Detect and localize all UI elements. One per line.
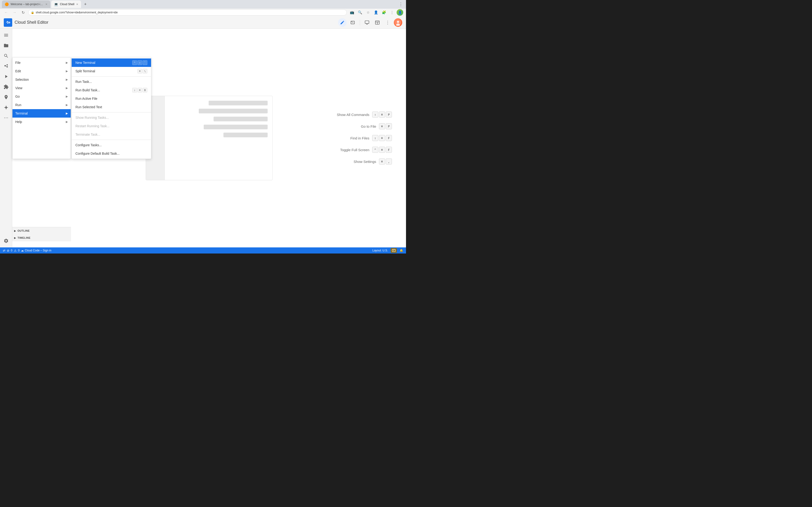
- submenu-run-task-label: Run Task...: [75, 80, 147, 83]
- tab-welcome-close[interactable]: ✕: [45, 3, 47, 6]
- welcome-sketch: [146, 96, 272, 180]
- search-lens-icon[interactable]: 🔍: [357, 9, 363, 16]
- reload-button[interactable]: ↻: [20, 9, 26, 16]
- cast-icon[interactable]: 📺: [349, 9, 355, 16]
- activity-run-debug[interactable]: [1, 72, 11, 81]
- app-title: Cloud Shell Editor: [14, 20, 48, 25]
- error-icon: ⊘: [7, 249, 9, 252]
- menu-item-go-label: Go: [15, 95, 64, 98]
- sketch-line-5: [223, 133, 268, 137]
- sketch-line-4: [204, 125, 268, 129]
- header-divider: [360, 20, 360, 25]
- submenu-configure-default-build-task[interactable]: Configure Default Build Task...: [72, 149, 151, 158]
- cloud-code-indicator[interactable]: ☁ Cloud Code – Sign in: [21, 249, 51, 252]
- primary-menu: File ▶ Edit ▶ Selection ▶ View ▶ Go ▶: [12, 57, 71, 159]
- submenu-run-selected-text[interactable]: Run Selected Text: [72, 103, 151, 111]
- activity-settings[interactable]: [1, 236, 11, 245]
- activity-gemini[interactable]: [1, 103, 11, 112]
- menu-item-file[interactable]: File ▶: [12, 58, 71, 67]
- tab-cloudshell[interactable]: 💻 Cloud Shell ✕: [51, 0, 81, 8]
- outline-panel-header[interactable]: ▶ OUTLINE: [12, 227, 71, 234]
- three-dots-icon[interactable]: ⋮: [389, 9, 395, 16]
- submenu-new-terminal-label: New Terminal: [75, 61, 132, 64]
- shortcut-label-settings: Show Settings: [354, 160, 376, 164]
- shortcut-label-fullscreen: Toggle Full Screen: [340, 148, 369, 152]
- menu-arrow-go: ▶: [66, 95, 68, 98]
- key-cmd: ⌘: [379, 111, 385, 118]
- new-tab-button[interactable]: +: [82, 1, 89, 7]
- menu-item-go[interactable]: Go ▶: [12, 92, 71, 101]
- key-cmd-2: ⌘: [379, 123, 385, 129]
- menu-item-terminal[interactable]: Terminal ▶: [12, 109, 71, 118]
- shortcut-label-find: Find in Files: [350, 136, 369, 140]
- submenu-run-active-file[interactable]: Run Active File: [72, 94, 151, 103]
- profile-avatar[interactable]: 👤: [397, 9, 403, 16]
- divider-3: [72, 139, 151, 140]
- menu-item-selection[interactable]: Selection ▶: [12, 75, 71, 84]
- key-shift-2: ⇧: [372, 135, 378, 141]
- submenu-split-terminal[interactable]: Split Terminal ⌘ \: [72, 67, 151, 75]
- terminal-mode-button[interactable]: [348, 18, 357, 27]
- tab-cloudshell-favicon: 💻: [54, 2, 58, 6]
- sketch-line-3: [214, 117, 268, 121]
- keyboard-layout-icon[interactable]: [391, 248, 397, 253]
- submenu-run-build-task[interactable]: Run Build Task... ⇧ ⌘ B: [72, 86, 151, 94]
- profile-icon[interactable]: 👤: [373, 9, 379, 16]
- browser-nav-icons: 📺 🔍 ☆ 👤 🧩 ⋮ 👤: [349, 9, 403, 16]
- logo-icon: [4, 18, 12, 27]
- sketch-line-2: [199, 109, 268, 113]
- activity-extensions[interactable]: [1, 82, 11, 92]
- back-button[interactable]: ←: [3, 9, 9, 16]
- extensions-nav-icon[interactable]: 🧩: [380, 9, 387, 16]
- submenu-run-task[interactable]: Run Task...: [72, 77, 151, 86]
- key-backslash-split: \: [143, 69, 147, 73]
- activity-files[interactable]: [1, 41, 11, 50]
- menu-arrow-edit: ▶: [66, 69, 68, 73]
- preview-button[interactable]: [363, 18, 371, 27]
- submenu-restart-running-task: Restart Running Task...: [72, 122, 151, 130]
- status-bar: ⇄ ⊘ 0 ⚠ 0 ☁ Cloud Code – Sign in Layout:…: [0, 247, 406, 253]
- more-options-button[interactable]: ⋮: [384, 18, 392, 27]
- menu-item-help[interactable]: Help ▶: [12, 118, 71, 126]
- submenu-new-terminal[interactable]: New Terminal ⌃ ⇧ `: [72, 58, 151, 67]
- user-avatar[interactable]: [394, 18, 402, 27]
- shortcut-show-all-commands: Show All Commands ⇧ ⌘ P: [337, 111, 392, 118]
- timeline-panel-header[interactable]: ▶ TIMELINE: [12, 234, 71, 241]
- browser-menu-button[interactable]: ⋮: [398, 1, 404, 7]
- bookmark-icon[interactable]: ☆: [365, 9, 371, 16]
- tab-cloudshell-close[interactable]: ✕: [76, 3, 78, 6]
- address-bar[interactable]: 🔒 shell.cloud.google.com/?show=ide&envir…: [28, 9, 347, 15]
- submenu-new-terminal-shortcut: ⌃ ⇧ `: [132, 60, 147, 65]
- timeline-label: TIMELINE: [18, 236, 31, 239]
- menu-item-view[interactable]: View ▶: [12, 84, 71, 92]
- submenu-configure-tasks[interactable]: Configure Tasks...: [72, 141, 151, 149]
- edit-mode-button[interactable]: [338, 18, 347, 27]
- browser-chrome: 🟠 Welcome – lab-project-id-e... ✕ 💻 Clou…: [0, 0, 406, 16]
- submenu-run-build-task-shortcut: ⇧ ⌘ B: [132, 88, 147, 93]
- activity-search[interactable]: [1, 51, 11, 61]
- shortcut-go-to-file: Go to File ⌘ P: [337, 123, 392, 129]
- activity-cloud-code[interactable]: [1, 93, 11, 102]
- submenu-configure-default-build-task-label: Configure Default Build Task...: [75, 152, 147, 155]
- timeline-arrow: ▶: [14, 237, 16, 239]
- key-f: F: [386, 135, 392, 141]
- menu-item-edit[interactable]: Edit ▶: [12, 67, 71, 75]
- remote-indicator[interactable]: ⇄: [3, 249, 5, 252]
- key-cmd-split: ⌘: [138, 69, 142, 73]
- layout-indicator[interactable]: Layout: U.S.: [372, 249, 388, 252]
- warning-count: 0: [18, 249, 20, 252]
- menu-item-selection-label: Selection: [15, 78, 64, 81]
- tab-cloudshell-title: Cloud Shell: [60, 3, 74, 6]
- activity-source-control[interactable]: [1, 61, 11, 71]
- activity-more[interactable]: [1, 113, 11, 122]
- activity-menu[interactable]: [1, 31, 11, 40]
- tab-welcome[interactable]: 🟠 Welcome – lab-project-id-e... ✕: [2, 0, 50, 8]
- layout-button[interactable]: [373, 18, 382, 27]
- shortcut-keys-go-to-file: ⌘ P: [379, 123, 392, 129]
- svg-point-7: [4, 118, 5, 118]
- tab-bar: 🟠 Welcome – lab-project-id-e... ✕ 💻 Clou…: [0, 0, 406, 9]
- menu-item-run[interactable]: Run ▶: [12, 101, 71, 109]
- notification-bell[interactable]: 🔔: [400, 249, 403, 252]
- forward-button[interactable]: →: [11, 9, 18, 16]
- menu-arrow-selection: ▶: [66, 78, 68, 81]
